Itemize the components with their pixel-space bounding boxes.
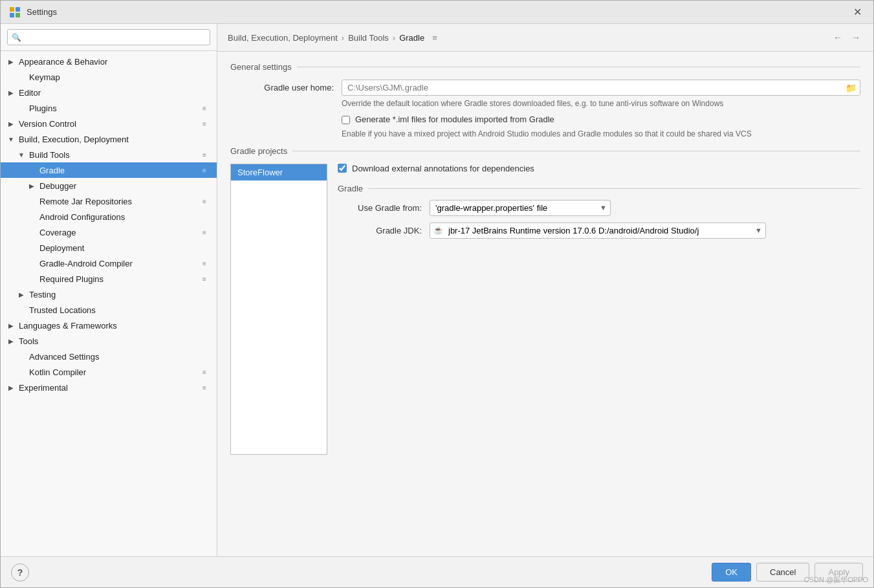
sidebar-item-plugins[interactable]: Plugins≡ [1, 100, 217, 116]
gradle-jdk-select[interactable]: jbr-17 JetBrains Runtime version 17.0.6 … [430, 223, 766, 239]
sidebar-toggle-plugins [16, 103, 27, 113]
svg-rect-2 [10, 13, 14, 17]
sidebar-item-keymap[interactable]: Keymap [1, 69, 217, 85]
sidebar-label-version-control: Version Control [19, 119, 197, 129]
sidebar-toggle-debugger: ▶ [27, 180, 37, 191]
use-gradle-from-select-wrapper: 'gradle-wrapper.properties' fileSpecifie… [430, 200, 611, 216]
sidebar-item-advanced-settings[interactable]: Advanced Settings [1, 349, 217, 364]
search-icon: 🔍 [12, 33, 21, 42]
breadcrumb-back-button[interactable]: ← [831, 30, 845, 45]
gradle-user-home-browse-button[interactable]: 📁 [844, 81, 858, 95]
svg-rect-0 [10, 7, 14, 12]
gradle-user-home-row: Gradle user home: 📁 Override the default… [230, 80, 860, 109]
download-annotations-checkbox[interactable] [338, 164, 347, 173]
sidebar-label-tools: Tools [19, 336, 209, 346]
help-button[interactable]: ? [11, 563, 29, 582]
sidebar-item-remote-jar-repos[interactable]: Remote Jar Repositories≡ [1, 193, 217, 209]
sidebar-label-android-configs: Android Configurations [39, 212, 209, 222]
download-annotations-row: Download external annotations for depend… [338, 164, 860, 173]
gradle-user-home-hint: Override the default location where Grad… [342, 98, 860, 109]
sidebar-item-appearance-behavior[interactable]: ▶Appearance & Behavior [1, 54, 217, 69]
sidebar-item-gradle[interactable]: Gradle≡ [1, 162, 217, 178]
breadcrumb-item-2[interactable]: Build Tools [348, 33, 389, 43]
sidebar-item-deployment[interactable]: Deployment [1, 240, 217, 256]
sidebar-toggle-coverage [27, 227, 37, 237]
breadcrumb-bar: Build, Execution, Deployment › Build Too… [217, 24, 873, 52]
use-gradle-from-select[interactable]: 'gradle-wrapper.properties' fileSpecifie… [430, 200, 611, 216]
sidebar-item-build-exec-deploy[interactable]: ▼Build, Execution, Deployment [1, 131, 217, 147]
project-list: StoreFlower [230, 164, 327, 455]
search-input[interactable] [7, 29, 210, 45]
generate-iml-checkbox[interactable] [342, 116, 350, 124]
sidebar-toggle-editor: ▶ [6, 87, 16, 98]
close-button[interactable]: ✕ [849, 5, 866, 19]
breadcrumb-forward-button[interactable]: → [849, 30, 863, 45]
sidebar-item-coverage[interactable]: Coverage≡ [1, 224, 217, 240]
breadcrumb-sep-2: › [393, 33, 395, 43]
sidebar-tree: ▶Appearance & BehaviorKeymap▶EditorPlugi… [1, 51, 217, 556]
ok-button[interactable]: OK [712, 563, 751, 582]
sidebar: 🔍 ▶Appearance & BehaviorKeymap▶EditorPlu… [1, 24, 217, 556]
breadcrumb-edit-icon[interactable]: ≡ [432, 33, 437, 43]
sidebar-item-languages-frameworks[interactable]: ▶Languages & Frameworks [1, 318, 217, 333]
sidebar-item-required-plugins[interactable]: Required Plugins≡ [1, 271, 217, 287]
sidebar-toggle-version-control: ▶ [6, 118, 16, 129]
sidebar-label-appearance-behavior: Appearance & Behavior [19, 57, 209, 67]
project-item-storeflower[interactable]: StoreFlower [231, 164, 327, 180]
breadcrumb-tools: ← → [831, 30, 863, 45]
sidebar-badge-required-plugins: ≡ [200, 274, 209, 283]
sidebar-toggle-keymap [16, 72, 27, 82]
sidebar-badge-remote-jar-repos: ≡ [200, 197, 209, 206]
sidebar-label-gradle-android-compiler: Gradle-Android Compiler [39, 259, 197, 268]
sidebar-toggle-experimental: ▶ [6, 382, 16, 393]
cancel-button[interactable]: Cancel [756, 563, 809, 582]
sidebar-label-advanced-settings: Advanced Settings [29, 352, 209, 362]
sidebar-label-testing: Testing [29, 290, 209, 299]
use-gradle-from-row: Use Gradle from: 'gradle-wrapper.propert… [338, 200, 860, 216]
bottom-bar: ? OK Cancel Apply [1, 556, 873, 587]
sidebar-item-tools[interactable]: ▶Tools [1, 333, 217, 349]
sidebar-item-debugger[interactable]: ▶Debugger [1, 178, 217, 193]
general-settings-section-title: General settings [230, 62, 860, 72]
sidebar-label-keymap: Keymap [29, 72, 209, 82]
sidebar-label-deployment: Deployment [39, 243, 209, 253]
sidebar-item-testing[interactable]: ▶Testing [1, 287, 217, 302]
sidebar-toggle-kotlin-compiler [16, 367, 27, 377]
breadcrumb-item-1[interactable]: Build, Execution, Deployment [228, 33, 338, 43]
sidebar-item-editor[interactable]: ▶Editor [1, 85, 217, 100]
sidebar-toggle-tools: ▶ [6, 336, 16, 346]
sidebar-item-version-control[interactable]: ▶Version Control≡ [1, 116, 217, 131]
generate-iml-label[interactable]: Generate *.iml files for modules importe… [355, 114, 554, 124]
generate-iml-checkbox-row: Generate *.iml files for modules importe… [342, 114, 860, 124]
breadcrumb-item-3[interactable]: Gradle [399, 33, 424, 43]
sidebar-item-build-tools[interactable]: ▼Build Tools≡ [1, 147, 217, 162]
sidebar-label-coverage: Coverage [39, 228, 197, 237]
sidebar-badge-gradle: ≡ [200, 166, 209, 175]
sidebar-item-android-configs[interactable]: Android Configurations [1, 209, 217, 224]
sidebar-toggle-required-plugins [27, 274, 37, 284]
sidebar-item-trusted-locations[interactable]: Trusted Locations [1, 302, 217, 318]
sidebar-label-experimental: Experimental [19, 383, 197, 393]
sidebar-toggle-build-exec-deploy: ▼ [6, 134, 16, 144]
gradle-user-home-input[interactable] [342, 80, 860, 96]
gradle-projects: StoreFlower Download external annotation… [230, 164, 860, 455]
sidebar-badge-gradle-android-compiler: ≡ [200, 259, 209, 268]
sidebar-badge-version-control: ≡ [200, 119, 209, 128]
titlebar-left: Settings [8, 6, 57, 19]
gradle-user-home-label: Gradle user home: [230, 80, 334, 93]
sidebar-badge-experimental: ≡ [200, 383, 209, 392]
sidebar-label-kotlin-compiler: Kotlin Compiler [29, 367, 197, 377]
sidebar-item-kotlin-compiler[interactable]: Kotlin Compiler≡ [1, 364, 217, 380]
sidebar-item-experimental[interactable]: ▶Experimental≡ [1, 380, 217, 395]
gradle-subsection-title: Gradle [338, 184, 860, 193]
sidebar-toggle-build-tools: ▼ [16, 149, 27, 160]
sidebar-label-trusted-locations: Trusted Locations [29, 305, 209, 315]
sidebar-label-gradle: Gradle [39, 166, 197, 175]
sidebar-toggle-gradle-android-compiler [27, 258, 37, 268]
sidebar-item-gradle-android-compiler[interactable]: Gradle-Android Compiler≡ [1, 256, 217, 271]
download-annotations-label[interactable]: Download external annotations for depend… [352, 164, 534, 173]
sidebar-label-plugins: Plugins [29, 103, 197, 113]
search-bar: 🔍 [1, 24, 217, 51]
main-content: 🔍 ▶Appearance & BehaviorKeymap▶EditorPlu… [1, 24, 873, 556]
project-settings: Download external annotations for depend… [338, 164, 860, 455]
